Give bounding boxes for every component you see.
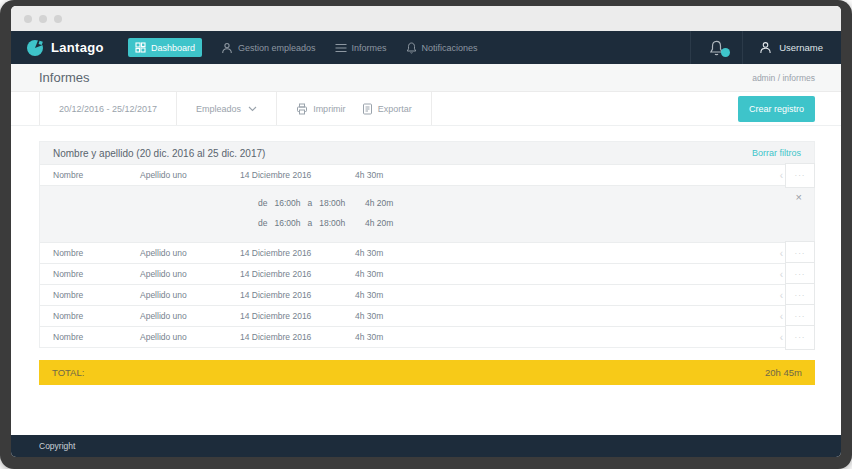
user-icon — [759, 41, 772, 54]
table-row[interactable]: Nombre Apellido uno 14 Diciembre 2016 4h… — [40, 305, 814, 326]
print-label: Imprimir — [313, 104, 346, 114]
cell-date: 14 Diciembre 2016 — [240, 170, 355, 180]
list-icon — [335, 43, 347, 53]
table-row[interactable]: Nombre Apellido uno 14 Diciembre 2016 4h… — [40, 263, 814, 284]
detail-from-label: de — [258, 218, 267, 228]
chevron-left-icon: ‹ — [780, 248, 783, 259]
cell-duration: 4h 30m — [355, 332, 814, 342]
close-icon[interactable]: × — [796, 192, 802, 203]
cell-date: 14 Diciembre 2016 — [240, 269, 355, 279]
ellipsis-icon: ··· — [795, 291, 806, 300]
window-titlebar — [11, 6, 841, 31]
nav-item-notificaciones[interactable]: Notificaciones — [406, 42, 478, 54]
cell-duration: 4h 30m — [355, 290, 814, 300]
ellipsis-icon: ··· — [795, 249, 806, 258]
total-bar: TOTAL: 20h 45m — [39, 360, 815, 385]
cell-surname: Apellido uno — [140, 332, 240, 342]
table-row[interactable]: Nombre Apellido uno 14 Diciembre 2016 4h… — [40, 326, 814, 347]
cell-name: Nombre — [53, 290, 140, 300]
table-row[interactable]: Nombre Apellido uno 14 Diciembre 2016 4h… — [40, 164, 814, 185]
detail-time-range: de 16:00h a 18:00h — [258, 198, 365, 208]
navbar-right: Username — [690, 31, 841, 64]
print-export-group: Imprimir Exportar — [276, 92, 432, 125]
filters-toolbar: 20/12/2016 - 25/12/2017 Empleados Imprim… — [11, 92, 841, 126]
detail-line: de 16:00h a 18:00h 4h 20m — [258, 198, 814, 208]
window-control-icon[interactable] — [54, 15, 62, 23]
employee-filter-dropdown[interactable]: Empleados — [176, 92, 276, 125]
page-header: Informes admin / informes — [11, 64, 841, 92]
cell-date: 14 Diciembre 2016 — [240, 311, 355, 321]
user-menu[interactable]: Username — [743, 31, 841, 64]
ellipsis-icon: ··· — [795, 270, 806, 279]
nav-item-dashboard[interactable]: Dashboard — [128, 38, 202, 57]
export-button[interactable]: Exportar — [362, 103, 412, 115]
logo-icon — [26, 39, 44, 57]
export-label: Exportar — [378, 104, 412, 114]
printer-icon — [296, 103, 308, 115]
cell-name: Nombre — [53, 170, 140, 180]
date-range-value: 20/12/2016 - 25/12/2017 — [59, 104, 157, 114]
total-label: TOTAL: — [52, 367, 84, 378]
cell-duration: 4h 30m — [355, 269, 814, 279]
reports-table: Nombre y apellido (20 dic. 2016 al 25 di… — [39, 141, 815, 348]
main-nav: Dashboard Gestion empleados Informes — [128, 31, 690, 64]
chevron-left-icon: ‹ — [780, 170, 783, 181]
detail-to-time: 18:00h — [319, 198, 345, 208]
create-record-button[interactable]: Crear registro — [738, 96, 815, 122]
row-actions-button[interactable]: ··· — [785, 163, 815, 188]
page-title: Informes — [39, 70, 90, 85]
cell-duration: 4h 30m — [355, 170, 814, 180]
detail-from-time: 16:00h — [274, 198, 300, 208]
cell-name: Nombre — [53, 248, 140, 258]
nav-label: Gestion empleados — [238, 43, 316, 53]
nav-label: Informes — [352, 43, 387, 53]
username: Username — [779, 42, 823, 53]
employee-filter-value: Empleados — [196, 104, 241, 114]
copyright-text: Copyright — [39, 441, 75, 451]
detail-line: de 16:00h a 18:00h 4h 20m — [258, 218, 814, 228]
chevron-left-icon: ‹ — [780, 290, 783, 301]
dashboard-icon — [135, 42, 146, 53]
detail-from-label: de — [258, 198, 267, 208]
print-button[interactable]: Imprimir — [296, 103, 346, 115]
cell-duration: 4h 30m — [355, 311, 814, 321]
chevron-down-icon — [248, 106, 257, 112]
row-actions: ‹ ··· — [780, 163, 815, 188]
bell-icon — [406, 42, 417, 54]
cell-surname: Apellido uno — [140, 248, 240, 258]
cell-surname: Apellido uno — [140, 269, 240, 279]
nav-label: Dashboard — [151, 43, 195, 53]
section-title: Nombre y apellido (20 dic. 2016 al 25 di… — [53, 148, 265, 159]
brand-name: Lantago — [51, 40, 104, 55]
row-actions-button[interactable]: ··· — [785, 325, 815, 350]
chevron-left-icon: ‹ — [780, 332, 783, 343]
row-actions: ‹ ··· — [780, 325, 815, 350]
nav-item-informes[interactable]: Informes — [335, 43, 387, 53]
table-row[interactable]: Nombre Apellido uno 14 Diciembre 2016 4h… — [40, 284, 814, 305]
top-navbar: Lantago Dashboard Gestion empleado — [11, 31, 841, 64]
cell-surname: Apellido uno — [140, 311, 240, 321]
notifications-button[interactable] — [690, 31, 743, 64]
cell-date: 14 Diciembre 2016 — [240, 248, 355, 258]
ellipsis-icon: ··· — [795, 312, 806, 321]
chevron-left-icon: ‹ — [780, 311, 783, 322]
window-control-icon[interactable] — [24, 15, 32, 23]
brand[interactable]: Lantago — [26, 31, 128, 64]
detail-duration: 4h 20m — [365, 218, 393, 228]
detail-to-label: a — [307, 198, 312, 208]
total-value: 20h 45m — [765, 367, 802, 378]
cell-name: Nombre — [53, 269, 140, 279]
detail-from-time: 16:00h — [274, 218, 300, 228]
ellipsis-icon: ··· — [795, 333, 806, 342]
table-section-header: Nombre y apellido (20 dic. 2016 al 25 di… — [40, 142, 814, 164]
date-range-filter[interactable]: 20/12/2016 - 25/12/2017 — [39, 92, 176, 125]
detail-duration: 4h 20m — [365, 198, 393, 208]
cell-duration: 4h 30m — [355, 248, 814, 258]
table-row[interactable]: Nombre Apellido uno 14 Diciembre 2016 4h… — [40, 242, 814, 263]
clear-filters-link[interactable]: Borrar filtros — [752, 148, 801, 158]
nav-item-gestion-empleados[interactable]: Gestion empleados — [221, 42, 316, 54]
window-control-icon[interactable] — [39, 15, 47, 23]
ellipsis-icon: ··· — [795, 171, 806, 180]
users-icon — [221, 42, 233, 54]
detail-time-range: de 16:00h a 18:00h — [258, 218, 365, 228]
